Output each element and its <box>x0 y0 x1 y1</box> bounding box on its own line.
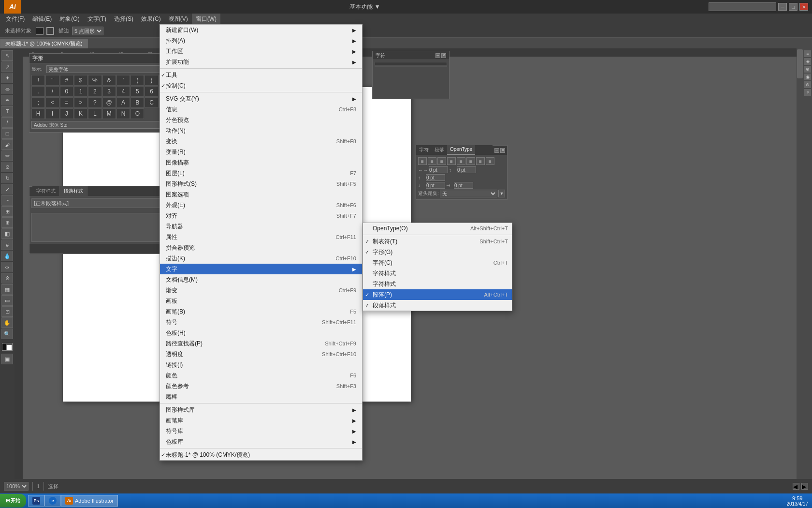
menu-color-guide[interactable]: 颜色参考 Shift+F3 <box>160 381 362 391</box>
status-prev-btn[interactable]: ◀ <box>793 483 799 490</box>
select-tool[interactable]: ↖ <box>1 50 13 61</box>
menu-edit[interactable]: 编辑(E) <box>29 14 56 24</box>
align-left-btn[interactable]: ≡ <box>418 157 427 165</box>
menu-symbols[interactable]: 符号 Shift+Ctrl+F11 <box>160 317 362 328</box>
char-cell[interactable]: C <box>145 97 158 108</box>
char-cell[interactable]: O <box>130 108 144 119</box>
menu-pathfinder[interactable]: 路径查找器(P) Shift+Ctrl+F9 <box>160 338 362 349</box>
direct-select-tool[interactable]: ↗ <box>1 61 13 72</box>
menu-attributes[interactable]: 属性 Ctrl+F11 <box>160 232 362 242</box>
char-cell[interactable]: B <box>130 97 144 108</box>
submenu-paragraph[interactable]: 段落(P) Alt+Ctrl+T <box>363 289 512 300</box>
char-cell[interactable]: M <box>102 108 116 119</box>
submenu-tabs[interactable]: 制表符(T) Shift+Ctrl+T <box>363 236 512 247</box>
submenu-para-styles[interactable]: 段落样式 <box>363 300 512 311</box>
mesh-tool[interactable]: # <box>1 239 13 250</box>
align-justify2-btn[interactable]: ≡ <box>457 157 465 165</box>
document-tab[interactable]: 未标题-1* @ 100% (CMYK/预览) <box>0 39 88 48</box>
menu-tools[interactable]: 工具 <box>160 70 362 80</box>
menu-select[interactable]: 选择(S) <box>110 14 137 24</box>
menu-file[interactable]: 文件(F) <box>2 14 29 24</box>
char-cell[interactable]: $ <box>74 75 87 86</box>
align-distribute-btn[interactable]: ≡ <box>486 157 494 165</box>
char-cell[interactable]: H <box>31 108 45 119</box>
char-cell[interactable]: 0 <box>60 86 73 97</box>
char-cell[interactable]: " <box>45 75 59 86</box>
rect-tool[interactable]: □ <box>1 128 13 139</box>
line-tool[interactable]: / <box>1 117 13 128</box>
blend-tool[interactable]: ∞ <box>1 262 13 272</box>
ot-collapse[interactable]: ─ <box>494 148 499 153</box>
char-cell[interactable]: ( <box>130 75 144 86</box>
ot-input2[interactable] <box>457 166 476 173</box>
menu-window[interactable]: 窗口(W) <box>192 14 220 24</box>
symbol-tool[interactable]: ※ <box>1 273 13 284</box>
char-cell[interactable]: . <box>31 86 45 97</box>
menu-extensions[interactable]: 扩展功能 ▶ <box>160 57 362 67</box>
char-style-tab[interactable]: 字符样式 <box>32 186 60 196</box>
close-button[interactable]: ✕ <box>799 3 808 11</box>
ot-input1[interactable] <box>429 166 448 173</box>
eraser-tool[interactable]: ⊘ <box>1 162 13 172</box>
char-cell[interactable]: < <box>45 97 59 108</box>
menu-brush-lib[interactable]: 画笔库 ▶ <box>160 415 362 426</box>
char-cell[interactable]: 3 <box>102 86 116 97</box>
ot-tab-ot[interactable]: OpenType <box>447 145 475 155</box>
menu-new-window[interactable]: 新建窗口(W) ▶ <box>160 25 362 35</box>
zoom-select[interactable]: 100% <box>4 482 29 491</box>
mini-collapse[interactable]: ─ <box>435 53 440 58</box>
mini-close[interactable]: ✕ <box>441 53 446 58</box>
submenu-character[interactable]: 字符(C) Ctrl+T <box>363 257 512 268</box>
char-cell[interactable]: / <box>45 86 59 97</box>
ot-input4[interactable] <box>426 182 445 189</box>
align-justify-btn[interactable]: ≡ <box>447 157 456 165</box>
menu-swatches[interactable]: 色板(H) <box>160 328 362 338</box>
para-style-tab[interactable]: 段落样式 <box>60 186 87 196</box>
change-screen-mode[interactable]: ▣ <box>1 354 13 364</box>
gradient-tool[interactable]: ◧ <box>1 228 13 239</box>
hand-tool[interactable]: ✋ <box>1 317 13 328</box>
menu-control[interactable]: 控制(C) <box>160 80 362 91</box>
menu-gradient[interactable]: 渐变 Ctrl+F9 <box>160 285 362 296</box>
char-cell[interactable]: ) <box>145 75 158 86</box>
column-graph-tool[interactable]: ▦ <box>1 284 13 295</box>
char-cell[interactable]: 1 <box>74 86 87 97</box>
char-cell[interactable]: = <box>60 97 73 108</box>
char-cell[interactable]: 2 <box>88 86 102 97</box>
menu-appearance[interactable]: 外观(E) Shift+F6 <box>160 200 362 210</box>
fill-stroke-indicator[interactable] <box>2 343 13 351</box>
canvas-vertical-scrollbar[interactable] <box>797 48 803 487</box>
align-justify4-btn[interactable]: ≡ <box>476 157 485 165</box>
menu-object[interactable]: 对象(O) <box>56 14 83 24</box>
menu-image-trace[interactable]: 图像描摹 <box>160 157 362 168</box>
ot-tail-arrow[interactable]: ▼ <box>498 190 505 197</box>
char-cell[interactable]: I <box>45 108 59 119</box>
menu-pattern-options[interactable]: 图案选项 <box>160 189 362 200</box>
pencil-tool[interactable]: ✏ <box>1 150 13 161</box>
menu-transparency[interactable]: 透明度 Shift+Ctrl+F10 <box>160 349 362 359</box>
menu-navigator[interactable]: 导航器 <box>160 221 362 232</box>
menu-flattener-preview[interactable]: 拼合器预览 <box>160 242 362 253</box>
menu-graphic-styles[interactable]: 图形样式(S) Shift+F5 <box>160 179 362 189</box>
menu-text[interactable]: 文字(T) <box>84 14 110 24</box>
menu-separation-preview[interactable]: 分色预览 <box>160 115 362 125</box>
menu-stroke[interactable]: 描边(K) Ctrl+F10 <box>160 253 362 264</box>
ot-input5[interactable] <box>454 182 473 189</box>
menu-magic-wand[interactable]: 魔棒 <box>160 391 362 402</box>
menu-text[interactable]: 文字 ▶ <box>160 264 362 274</box>
start-button[interactable]: ⊞ 开始 <box>0 494 26 508</box>
slice-tool[interactable]: ⊡ <box>1 306 13 317</box>
type-tool[interactable]: T <box>1 106 13 117</box>
status-next-btn[interactable]: ▶ <box>801 483 808 490</box>
free-transform-tool[interactable]: ⊞ <box>1 206 13 217</box>
menu-view[interactable]: 视图(V) <box>165 14 192 24</box>
menu-transform[interactable]: 变换 Shift+F8 <box>160 136 362 147</box>
menu-symbol-lib[interactable]: 符号库 ▶ <box>160 426 362 436</box>
ot-close[interactable]: ✕ <box>500 148 505 153</box>
menu-align[interactable]: 对齐 Shift+F7 <box>160 210 362 221</box>
right-panel-btn6[interactable]: ▿ <box>804 89 811 96</box>
char-cell[interactable]: A <box>116 97 130 108</box>
menu-links[interactable]: 链接(I) <box>160 359 362 370</box>
submenu-opentype[interactable]: OpenType(O) Alt+Shift+Ctrl+T <box>363 223 512 234</box>
right-panel-btn5[interactable]: ⊘ <box>804 81 811 88</box>
